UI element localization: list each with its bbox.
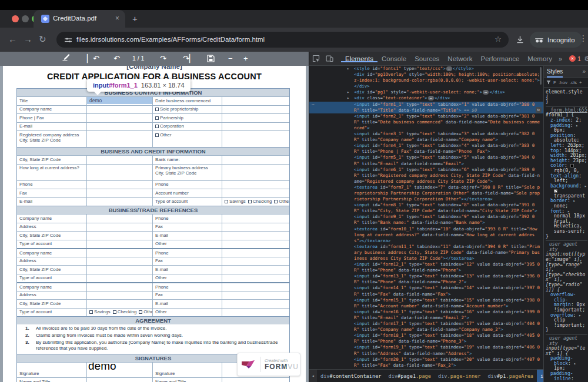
device-toolbar-icon[interactable]	[323, 55, 336, 62]
css-property[interactable]: position: absolute;	[546, 133, 587, 143]
dom-node[interactable]: <input id="form2_1" type="text" tabindex…	[309, 113, 543, 131]
formvu-badge[interactable]: Created with FORMVU	[237, 353, 300, 376]
expand-arrow-icon[interactable]: ▸	[347, 66, 349, 72]
checkbox[interactable]	[113, 310, 116, 314]
new-rule-button[interactable]: +	[579, 80, 582, 85]
checkbox[interactable]	[225, 200, 228, 203]
expand-arrow-icon[interactable]: ▸	[576, 123, 578, 128]
more-tabs-icon[interactable]: »	[556, 55, 564, 62]
checkbox[interactable]	[139, 310, 142, 314]
bookmark-star-icon[interactable]: ☆	[495, 35, 502, 43]
undo-icon[interactable]: ↶	[113, 53, 120, 64]
undo-all-icon[interactable]: ▏↶	[87, 53, 99, 64]
breadcrumb-item[interactable]: div#page1.page	[385, 370, 435, 382]
reload-icon[interactable]: ↻	[39, 34, 46, 45]
redo-all-icon[interactable]: ↷▏	[183, 53, 195, 64]
css-property[interactable]: font: ▸ normal 18px Arial, Helvetica, sa…	[546, 209, 587, 234]
dom-node[interactable]: <input id="form14_1" type="text" tabinde…	[309, 285, 543, 297]
class-toggle[interactable]: .cls	[570, 80, 577, 85]
dom-node[interactable]: <textarea id="form7_1" tabindex="7" data…	[309, 185, 543, 202]
inspect-element-icon[interactable]	[309, 55, 323, 62]
tab-performance[interactable]: Performance	[477, 55, 524, 62]
back-icon[interactable]: ←	[8, 34, 17, 45]
dom-scrollbar[interactable]	[540, 67, 542, 85]
dom-node[interactable]: <input id="form4_1" type="text" tabindex…	[309, 143, 543, 155]
site-info-icon[interactable]	[64, 36, 72, 44]
redo-icon[interactable]: ↷	[160, 53, 166, 64]
dom-node[interactable]: <input id="form20_1" type="text" tabinde…	[309, 357, 543, 368]
dom-node[interactable]: <input id="form8_1" type="text" tabindex…	[309, 202, 543, 214]
css-property[interactable]: border: ▸ none;	[546, 199, 587, 209]
expand-arrow-icon[interactable]: ▸	[347, 89, 349, 95]
settings-gear-icon[interactable]: ⚙	[581, 55, 588, 63]
dom-node[interactable]: ▸<style id="fonts1" type="text/css">…</s…	[309, 66, 543, 72]
checkbox[interactable]	[248, 200, 252, 203]
sign-pen-icon[interactable]	[62, 53, 70, 62]
dom-node[interactable]: <input id="form6_1" type="text" tabindex…	[309, 167, 543, 185]
breadcrumb-item[interactable]: div#contentContainer	[317, 370, 385, 382]
breadcrumb-item[interactable]: div#p1.pageArea	[484, 370, 537, 382]
dom-node[interactable]: ▸<div class="text-container">…</div>	[309, 95, 543, 101]
dom-node[interactable]: ▸<div id="pg1" style="-webkit-user-selec…	[309, 89, 543, 95]
css-property[interactable]: padding-block: ▸ 1px;	[546, 356, 587, 371]
dom-node[interactable]: <input id="form17_1" type="text" tabinde…	[309, 321, 543, 333]
dom-node[interactable]: <input id="form16_1" type="text" tabinde…	[309, 309, 543, 321]
traffic-light-close[interactable]	[12, 15, 19, 22]
url-text[interactable]: files.idrsolutions.com/Examples/AFForms/…	[76, 36, 265, 43]
new-tab-button[interactable]: +	[132, 14, 138, 24]
dom-node[interactable]: <input id="form3_1" type="text" tabindex…	[309, 131, 543, 143]
tab-close-icon[interactable]: ×	[115, 14, 119, 22]
expand-arrow-icon[interactable]: ▸	[573, 199, 576, 203]
collapsed-content-icon[interactable]: …	[428, 96, 434, 100]
breadcrumb-scroll-left-icon[interactable]: ◂	[309, 370, 317, 382]
zoom-in-icon[interactable]: +	[243, 53, 248, 64]
browser-tab[interactable]: CreditData.pdf ×	[34, 10, 125, 28]
checkbox[interactable]	[155, 116, 159, 120]
css-property[interactable]: text-align: left;	[546, 174, 587, 184]
traffic-light-minimize[interactable]	[22, 15, 29, 22]
collapsed-content-icon[interactable]: …	[446, 66, 452, 71]
expand-arrow-icon[interactable]: ▸	[584, 184, 587, 189]
checkbox[interactable]	[155, 133, 159, 137]
scroll-into-view-icon[interactable]: ↻	[536, 107, 542, 113]
tab-elements[interactable]: Elements	[341, 55, 377, 62]
dom-node[interactable]: <input id="form12_1" type="text" tabinde…	[309, 262, 543, 273]
checkbox[interactable]	[155, 125, 159, 128]
css-property[interactable]: padding: ▸ 0px;	[546, 123, 587, 133]
forward-icon[interactable]: →	[24, 34, 32, 45]
save-icon[interactable]	[207, 55, 215, 62]
css-property[interactable]: overflow-clip-margin: 0px !important;	[546, 293, 587, 313]
styles-more-icon[interactable]: »	[582, 68, 586, 75]
dom-node[interactable]: <input id="form9_1" type="text" tabindex…	[309, 214, 543, 226]
css-property[interactable]: padding-inline:	[546, 371, 587, 381]
breadcrumb-item[interactable]: div.page-inner	[435, 370, 484, 382]
dom-node[interactable]: <div id="pg1Overlay" style="width:100%; …	[309, 72, 543, 89]
expand-arrow-icon[interactable]: ▸	[579, 313, 581, 318]
dom-node[interactable]: <input id="form18_1" type="text" tabinde…	[309, 333, 543, 344]
collapsed-content-icon[interactable]: …	[483, 90, 489, 95]
dom-node[interactable]: <input id="form5_1" type="text" tabindex…	[309, 155, 543, 166]
checkbox[interactable]	[274, 200, 278, 203]
filter-input[interactable]: F	[553, 80, 556, 85]
tab-console[interactable]: Console	[377, 55, 410, 62]
color-swatch[interactable]	[570, 164, 574, 167]
download-icon[interactable]	[516, 35, 524, 44]
dom-node[interactable]: <input id="form19_1" type="text" tabinde…	[309, 344, 543, 356]
checkbox[interactable]	[155, 108, 159, 111]
url-bar[interactable]: files.idrsolutions.com/Examples/AFForms/…	[56, 32, 509, 48]
dom-node[interactable]: <textarea id="form11_1" tabindex="11" da…	[309, 244, 543, 262]
error-badge[interactable]: ✕ 1	[569, 55, 581, 62]
css-property[interactable]: color: rgb(0, 0,	[546, 163, 587, 173]
form-text-input[interactable]: demo	[87, 97, 152, 104]
hover-toggle[interactable]: :hov	[559, 80, 567, 85]
css-property[interactable]: overflow: ▸ clip !important;	[546, 313, 587, 329]
dom-node[interactable]: <input id="form15_1" type="text" tabinde…	[309, 297, 543, 309]
tab-memory[interactable]: Memory	[523, 55, 556, 62]
dom-node[interactable]: <input id="form13_1" type="text" tabinde…	[309, 273, 543, 285]
breadcrumb-item[interactable]: input#form1_1	[537, 370, 543, 382]
checkbox[interactable]	[89, 310, 93, 314]
zoom-out-icon[interactable]: −	[228, 53, 233, 64]
css-property[interactable]: background: ▸ transparent	[546, 184, 587, 199]
dom-node[interactable]: ⋯<input id="form1_1" type="text" tabinde…	[309, 102, 543, 113]
tab-network[interactable]: Network	[443, 55, 476, 62]
